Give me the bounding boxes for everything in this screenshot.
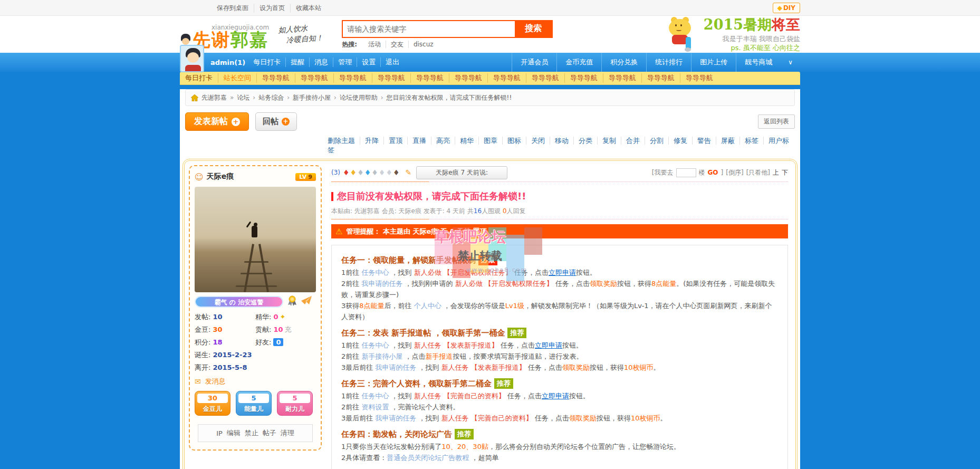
navbar-right-item[interactable]: 靓号商城 [736,53,781,72]
admin-tool-link[interactable]: 分类 [579,137,598,145]
pencil-icon[interactable]: ✎ [406,168,412,177]
search-input[interactable] [343,21,515,37]
hot-link[interactable]: 交友 [386,41,409,48]
subnav-item[interactable]: 导导导航 [372,73,411,83]
admin-tool-link[interactable]: 直播 [412,137,431,145]
admin-tool-link[interactable]: 警告 [697,137,716,145]
navbar-right-item[interactable]: 积分兑换 [601,53,646,72]
task-link[interactable]: 个人中心 [414,302,441,310]
task-link[interactable]: 领取奖励 [562,363,590,371]
navbar-menu-item[interactable]: 消息 [310,58,333,67]
moderation-link[interactable]: 清理 [281,428,294,438]
task-link[interactable]: 任务中心 [361,269,389,276]
task-link[interactable]: 新人任务 【发表新手报道】 [441,363,526,371]
moderation-link[interactable]: 禁止 [245,428,258,438]
paper-plane-icon[interactable] [301,296,312,307]
admin-tool-link[interactable]: 精华 [460,137,479,145]
task-link[interactable]: 普通会员关闭论坛广告教程 [387,454,469,462]
task-link[interactable]: 新人任务 【完善自己的资料】 [414,392,505,400]
navbar-menu-item[interactable]: 提醒 [286,58,310,67]
moderation-link[interactable]: 编辑 [227,428,241,438]
admin-tool-link[interactable]: 删除主题 [328,137,360,145]
navbar-right-item[interactable]: 图片上传 [691,53,736,72]
subnav-item[interactable]: 导导导航 [411,73,449,83]
task-link[interactable]: 10枚铜币 [624,363,654,371]
breadcrumb-link[interactable]: 论坛 [237,93,249,102]
subnav-item[interactable]: 导导导航 [449,73,488,83]
honor-title-badge[interactable]: 霸气 の 治安巡警 [195,296,283,308]
subnav-item[interactable]: 导导导航 [680,73,718,83]
task-link[interactable]: 资料设置 [361,403,389,411]
admin-tool-link[interactable]: 高亮 [436,137,455,145]
scroll-down-link[interactable]: 下 [782,168,788,177]
author-photo[interactable] [195,187,316,292]
subnav-item[interactable]: 站长空间 [218,73,257,83]
send-message-link[interactable]: ✉ 发消息 [195,377,316,386]
jump-floor-input[interactable] [676,168,696,177]
back-to-list-button[interactable]: 返回列表 [758,114,795,129]
diy-button[interactable]: ◆DIY [773,3,800,13]
hot-link[interactable]: discuz [409,41,438,48]
navbar-right-item[interactable]: 金币充值 [556,53,601,72]
subnav-item[interactable]: 导导导航 [603,73,642,83]
navbar-right-item[interactable]: 开通会员 [512,53,556,72]
admin-tool-link[interactable]: 关闭 [531,137,550,145]
breadcrumb-link[interactable]: 新手接待小屋 [293,93,331,102]
top-link[interactable]: 保存到桌面 [212,4,254,13]
task-link[interactable]: 立即申请 [542,392,569,400]
new-post-button[interactable]: 发表新帖+ [185,112,249,131]
search-button[interactable]: 搜索 [515,21,552,37]
task-link[interactable]: 新手接待小屋 [361,352,402,360]
breadcrumb-link[interactable]: 站务综合 [258,93,284,102]
task-link[interactable]: 我申请的任务 [375,363,416,371]
task-link[interactable]: 新人任务 【发表新手报道】 [414,341,498,349]
admin-tool-link[interactable]: 图章 [484,137,503,145]
navbar-menu-item[interactable]: 管理 [333,58,357,67]
task-link[interactable]: 新人必做 【开启发帖权限任务】 [414,269,512,276]
admin-tool-link[interactable]: 图标 [507,137,526,145]
navbar-menu-item[interactable]: 每日打卡 [248,58,286,67]
task-link[interactable]: 8点能量 [359,302,384,310]
admin-tool-link[interactable]: 移动 [555,137,574,145]
task-link[interactable]: 新人任务 【完善自己的资料】 [441,414,533,422]
navbar-menu-item[interactable]: 设置 [357,58,381,67]
subnav-item[interactable]: 每日打卡 [180,73,218,83]
admin-tool-link[interactable]: 置顶 [389,137,408,145]
subnav-item[interactable]: 导导导航 [295,73,334,83]
only-author-link[interactable]: [只看他] [746,168,770,177]
task-link[interactable]: 领取奖励 [590,280,617,288]
admin-tool-link[interactable]: 升降 [365,137,384,145]
task-link[interactable]: 8点能量 [651,280,676,288]
top-link[interactable]: 设为首页 [254,4,291,13]
task-link[interactable]: 新手报道 [426,352,453,360]
navbar-menu-item[interactable]: 退出 [381,58,404,67]
reverse-order-link[interactable]: [倒序] [726,168,743,177]
scroll-up-link[interactable]: 上 [773,168,779,177]
navbar-right-item[interactable]: 统计排行 [646,53,691,72]
jump-go-button[interactable]: GO [708,169,718,176]
task-link[interactable]: 新人必做 【开启发帖权限任务】 [455,280,553,288]
task-link[interactable]: 我申请的任务 [375,414,416,422]
admin-tool-link[interactable]: 标签 [745,137,764,145]
admin-tool-link[interactable]: 修复 [674,137,693,145]
task-link[interactable]: 10、20、30贴 [441,443,488,451]
author-name-link[interactable]: 天际e痕 [207,172,234,181]
subnav-item[interactable]: 导导导航 [526,73,565,83]
admin-tool-link[interactable]: 分割 [650,137,669,145]
task-link[interactable]: 任务中心 [361,341,389,349]
admin-tool-link[interactable]: 合并 [626,137,645,145]
hot-link[interactable]: 活动 [363,41,386,48]
task-link[interactable]: Lv1级 [505,302,524,310]
subnav-item[interactable]: 导导导航 [257,73,295,83]
reply-button[interactable]: 回帖+ [255,112,297,131]
breadcrumb-site[interactable]: 先谢郭嘉 [201,93,227,102]
task-link[interactable]: 立即申请 [549,269,576,276]
task-link[interactable]: 立即申请 [535,341,562,349]
subnav-item[interactable]: 导导导航 [565,73,603,83]
username-link[interactable]: admin(1) [210,59,245,66]
task-link[interactable]: 任务中心 [361,392,389,400]
admin-tool-link[interactable]: 复制 [602,137,621,145]
top-link[interactable]: 收藏本站 [291,4,326,13]
user-avatar[interactable] [180,45,204,72]
subnav-item[interactable]: 导导导航 [488,73,526,83]
